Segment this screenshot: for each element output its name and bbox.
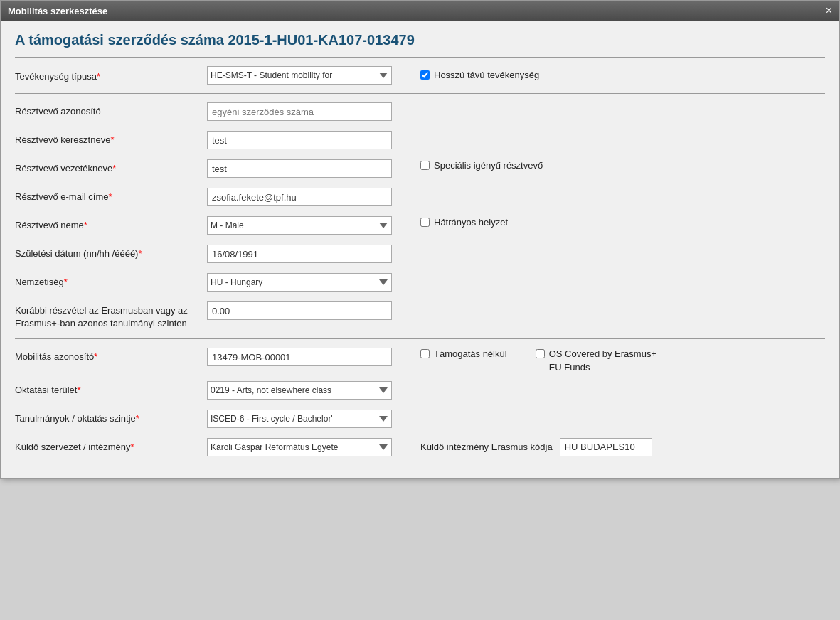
hatranyos-checkbox-label[interactable]: Hátrányos helyzet [420,216,508,229]
resztvevo-keresztneve-label: Résztvevő keresztneve* [15,131,207,146]
resztvevo-azonosito-input[interactable] [207,102,392,121]
tanulmanyok-szintje-select[interactable]: ISCED-6 - First cycle / Bachelor' [207,410,392,428]
specialis-checkbox[interactable] [420,161,430,170]
email-input[interactable] [207,188,392,206]
tamogatas-nelkul-text: Támogatás nélkül [434,348,507,360]
tamogatas-nelkul-checkbox[interactable] [420,349,430,358]
mobilitas-azonosito-row: Mobilitás azonosító* Támogatás nélkül OS… [15,348,825,373]
korabi-reszvetel-row: Korábbi részvétel az Erasmusban vagy az … [15,301,825,330]
korabi-reszvetel-label: Korábbi részvétel az Erasmusban vagy az … [15,301,207,330]
form-content: A támogatási szerződés száma 2015-1-HU01… [1,21,839,478]
resztvevo-vezetekneve-input[interactable] [207,159,392,178]
specialis-checkbox-label[interactable]: Speciális igényű résztvevő [420,159,543,172]
kuldo-intezm-erasmus-label: Küldő intézmény Erasmus kódja [420,442,553,452]
divider-1 [15,57,825,58]
resztvevo-azonosito-row: Résztvevő azonosító [15,102,825,124]
mobilitas-azonosito-label: Mobilitás azonosító* [15,348,207,363]
os-covered-text: OS Covered by Erasmus+ EU Funds [549,348,663,373]
specialis-label: Speciális igényű résztvevő [434,159,543,172]
oktatasi-terulet-label: Oktatási terület* [15,381,207,397]
szuletesi-datum-row: Születési dátum (nn/hh /éééé)* [15,245,825,266]
mobilitas-azonosito-input[interactable] [207,348,392,366]
email-row: Résztvevő e-mail címe* [15,188,825,209]
os-covered-label[interactable]: OS Covered by Erasmus+ EU Funds [536,348,663,373]
email-label: Résztvevő e-mail címe* [15,188,207,203]
window-title: Mobilitás szerkesztése [8,6,107,16]
hosszu-tavu-checkbox-label[interactable]: Hosszú távú tevékenység [420,69,539,82]
kuldo-szervezet-label: Küldő szervezet / intézmény* [15,438,207,454]
resztvevo-vezetekneve-row: Résztvevő vezetékneve* Speciális igényű … [15,159,825,181]
oktatasi-terulet-select[interactable]: 0219 - Arts, not elsewhere class [207,381,392,400]
neme-row: Résztvevő neme* M - Male Hátrányos helyz… [15,216,825,237]
neme-select[interactable]: M - Male [207,216,392,235]
activity-type-label: Tevékenység típusa* [15,68,207,83]
resztvevo-keresztneve-row: Résztvevő keresztneve* [15,131,825,152]
szuletesi-datum-label: Születési dátum (nn/hh /éééé)* [15,245,207,260]
korabi-reszvetel-input[interactable] [207,301,392,320]
kuldo-szervezet-row: Küldő szervezet / intézmény* Károli Gásp… [15,438,825,459]
title-bar: Mobilitás szerkesztése × [1,1,839,21]
neme-label: Résztvevő neme* [15,216,207,232]
contract-title: A támogatási szerződés száma 2015-1-HU01… [15,32,825,48]
resztvevo-keresztneve-input[interactable] [207,131,392,149]
szuletesi-datum-input[interactable] [207,245,392,263]
kuldo-szervezet-select[interactable]: Károli Gáspár Református Egyete [207,438,392,456]
kuldo-intezm-erasmus-input[interactable] [560,438,652,456]
hatranyos-label: Hátrányos helyzet [434,216,508,229]
close-button[interactable]: × [826,5,832,16]
hosszu-tavu-checkbox[interactable] [420,70,430,80]
nemzetiseg-label: Nemzetiség* [15,273,207,289]
activity-type-row: Tevékenység típusa* HE-SMS-T - Student m… [15,66,825,85]
os-covered-checkbox[interactable] [536,349,545,358]
divider-3 [15,338,825,339]
hatranyos-checkbox[interactable] [420,218,430,227]
oktatasi-terulet-row: Oktatási terület* 0219 - Arts, not elsew… [15,381,825,402]
resztvevo-vezetekneve-label: Résztvevő vezetékneve* [15,159,207,175]
nemzetiseg-row: Nemzetiség* HU - Hungary [15,273,825,294]
resztvevo-azonosito-label: Résztvevő azonosító [15,102,207,118]
activity-type-select[interactable]: HE-SMS-T - Student mobility for [207,66,392,85]
divider-2 [15,93,825,94]
main-window: Mobilitás szerkesztése × A támogatási sz… [0,0,840,479]
hosszu-tavu-label: Hosszú távú tevékenység [434,69,539,82]
nemzetiseg-select[interactable]: HU - Hungary [207,273,392,292]
tamogatas-nelkul-label[interactable]: Támogatás nélkül [420,348,507,373]
tanulmanyok-szintje-row: Tanulmányok / oktatás szintje* ISCED-6 -… [15,410,825,431]
tanulmanyok-szintje-label: Tanulmányok / oktatás szintje* [15,410,207,425]
